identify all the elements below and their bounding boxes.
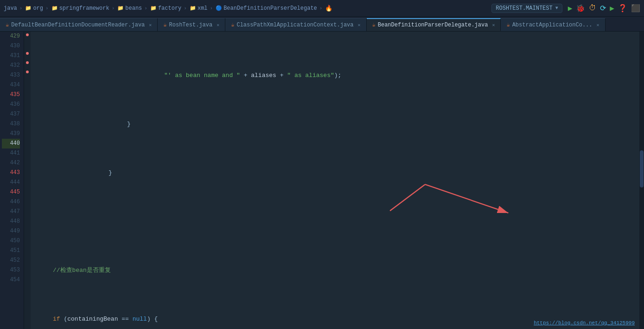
breadcrumb-beans[interactable]: 📁 beans › <box>117 5 148 12</box>
bc-class-text: BeanDefinitionParserDelegate <box>223 5 317 12</box>
breadcrumb-fire[interactable]: 🔥 <box>325 5 332 12</box>
breadcrumb-xml[interactable]: 📁 xml › <box>190 5 214 12</box>
close-icon[interactable]: ✕ <box>217 22 219 28</box>
java-icon: ☕ <box>6 21 9 28</box>
bc-org-text: org <box>33 5 43 12</box>
run-config[interactable]: ROSHTEST.MAINTEST ▼ <box>491 4 562 13</box>
tab-label: ClassPathXmlApplicationContext.java <box>236 22 353 28</box>
line-numbers: 429 430 431 432 433 434 435 436 437 438 … <box>0 32 24 329</box>
breadcrumb-class[interactable]: 🔵 BeanDefinitionParserDelegate › <box>216 5 323 12</box>
folder-icon: 📁 <box>117 5 124 11</box>
java-icon: ☕ <box>506 21 510 28</box>
reload-button[interactable]: ⟳ <box>600 4 606 13</box>
folder-icon: 📁 <box>25 5 32 11</box>
coverage-button[interactable]: ⏱ <box>589 4 596 13</box>
folder-icon: 📁 <box>190 5 196 11</box>
class-icon: 🔵 <box>216 5 222 11</box>
folder-icon: 📁 <box>51 5 58 11</box>
tab-label: DefaultBeanDefinitionDocumentReader.java <box>11 22 145 28</box>
code-area[interactable]: "' as bean name and " + aliases + " as a… <box>31 32 639 329</box>
breadcrumb-springframework[interactable]: 📁 springframework › <box>51 5 116 12</box>
dropdown-arrow-icon: ▼ <box>555 6 558 11</box>
bc-springframework-text: springframework <box>59 5 109 12</box>
java-icon: ☕ <box>372 21 376 28</box>
breakpoint-indicator <box>26 33 29 36</box>
svg-line-1 <box>425 184 509 213</box>
breakpoint-indicator <box>26 61 29 64</box>
svg-line-2 <box>390 184 425 211</box>
breadcrumb-factory[interactable]: 📁 factory › <box>150 5 188 12</box>
tab-classpathxml[interactable]: ☕ ClassPathXmlApplicationContext.java ✕ <box>225 18 366 31</box>
tab-label: RoshTest.java <box>169 22 213 28</box>
right-scrollbar[interactable] <box>639 32 644 329</box>
breakpoint-indicator <box>26 52 29 55</box>
bc-java-text: java <box>4 5 17 12</box>
tabsbar: ☕ DefaultBeanDefinitionDocumentReader.ja… <box>0 17 644 32</box>
debug-button[interactable]: 🐞 <box>576 4 585 13</box>
scroll-indicators <box>24 32 31 329</box>
close-icon[interactable]: ✕ <box>149 22 152 28</box>
editor: 429 430 431 432 433 434 435 436 437 438 … <box>0 32 644 329</box>
code-line-432 <box>34 217 636 226</box>
close-icon[interactable]: ✕ <box>596 22 599 28</box>
close-icon[interactable]: ✕ <box>357 22 360 28</box>
java-icon: ☕ <box>163 21 166 28</box>
fire-icon: 🔥 <box>325 5 332 12</box>
code-line-431: } <box>34 168 636 178</box>
tab-label: AbstractApplicationCo... <box>512 22 593 28</box>
java-icon: ☕ <box>231 21 234 28</box>
code-line-430: } <box>34 119 636 129</box>
breadcrumb-java[interactable]: java › <box>4 5 23 12</box>
topbar: java › 📁 org › 📁 springframework › 📁 bea… <box>0 0 644 17</box>
bottom-link[interactable]: https://blog.csdn.net/qq_34125999 <box>534 318 635 328</box>
code-line-429: "' as bean name and " + aliases + " as a… <box>34 71 636 80</box>
close-icon[interactable]: ✕ <box>492 22 495 28</box>
help-button[interactable]: ❓ <box>618 4 627 13</box>
run-button2[interactable]: ▶ <box>610 4 614 13</box>
run-config-label: ROSHTEST.MAINTEST <box>496 5 552 12</box>
run-button[interactable]: ▶ <box>568 4 573 13</box>
tab-abstractapp[interactable]: ☕ AbstractApplicationCo... ✕ <box>501 18 605 31</box>
scrollbar-thumb[interactable] <box>640 150 644 187</box>
bc-factory-text: factory <box>158 5 181 12</box>
tab-roshtest[interactable]: ☕ RoshTest.java ✕ <box>158 18 225 31</box>
tab-defaultbeandefn[interactable]: ☕ DefaultBeanDefinitionDocumentReader.ja… <box>0 18 158 31</box>
breakpoint-indicator <box>26 71 29 73</box>
bc-beans-text: beans <box>125 5 142 12</box>
folder-icon: 📁 <box>150 5 157 11</box>
stop-button[interactable]: ⬛ <box>631 4 640 13</box>
tab-beandefnparser[interactable]: ☕ BeanDefinitionParserDelegate.java ✕ <box>367 18 501 31</box>
tab-label: BeanDefinitionParserDelegate.java <box>378 22 488 28</box>
code-line-433: //检查bean是否重复 <box>34 265 636 275</box>
breadcrumb-org[interactable]: 📁 org › <box>25 5 49 12</box>
toolbar-icons: ▶ 🐞 ⏱ ⟳ ▶ ❓ ⬛ <box>568 4 640 13</box>
bc-xml-text: xml <box>198 5 208 12</box>
